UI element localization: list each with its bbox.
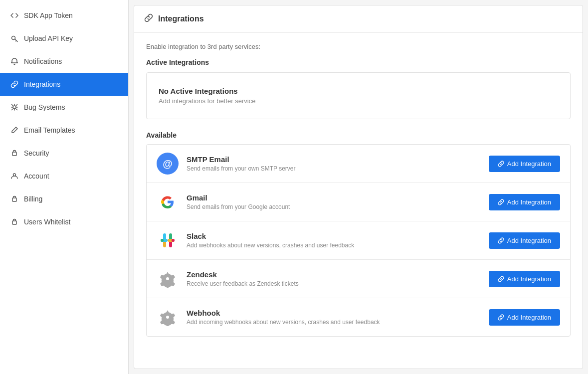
sidebar-item-label: Security	[24, 149, 49, 157]
bell-icon	[10, 57, 19, 66]
sidebar-item-integrations[interactable]: Integrations	[0, 73, 128, 96]
account-icon	[10, 172, 19, 181]
integration-name-zendesk: Zendesk	[187, 270, 481, 279]
integration-info-webhook: Webhook Add incoming webhooks about new …	[187, 309, 481, 326]
sidebar-item-label: Email Templates	[24, 126, 75, 134]
sidebar-item-sdk-app-token[interactable]: SDK App Token	[0, 4, 128, 27]
integration-info-gmail: Gmail Send emails from your Google accou…	[187, 193, 481, 210]
header-link-icon	[144, 13, 153, 24]
integration-desc-slack: Add webhooks about new versions, crashes…	[187, 242, 481, 249]
available-section-title: Available	[146, 131, 571, 139]
billing-lock-icon	[10, 194, 19, 203]
sidebar-item-label: Upload API Key	[24, 34, 73, 42]
add-integration-gmail-button[interactable]: Add Integration	[489, 194, 560, 210]
google-icon	[157, 191, 179, 213]
smtp-icon: @	[157, 153, 179, 175]
sidebar-item-upload-api-key[interactable]: Upload API Key	[0, 27, 128, 50]
svg-rect-5	[12, 221, 16, 224]
add-integration-smtp-label: Add Integration	[507, 160, 551, 168]
integration-list: @ SMTP Email Send emails from your own S…	[146, 144, 571, 337]
bug-icon	[10, 103, 19, 112]
sidebar-item-label: SDK App Token	[24, 11, 73, 19]
integration-info-zendesk: Zendesk Receive user feedback as Zendesk…	[187, 270, 481, 287]
add-integration-zendesk-label: Add Integration	[507, 275, 551, 283]
integration-info-smtp: SMTP Email Send emails from your own SMT…	[187, 155, 481, 172]
add-integration-zendesk-button[interactable]: Add Integration	[489, 271, 560, 287]
sidebar: SDK App Token Upload API Key Notificatio…	[0, 0, 129, 374]
sidebar-item-label: Billing	[24, 195, 42, 203]
add-integration-gmail-label: Add Integration	[507, 198, 551, 206]
sidebar-item-label: Notifications	[24, 57, 62, 65]
integration-name-webhook: Webhook	[187, 309, 481, 317]
svg-rect-2	[12, 152, 16, 156]
sidebar-item-label: Integrations	[24, 80, 60, 88]
sidebar-item-security[interactable]: Security	[0, 142, 128, 165]
whitelist-lock-icon	[10, 217, 19, 226]
empty-subtitle: Add integrations for better service	[159, 97, 558, 105]
sidebar-item-billing[interactable]: Billing	[0, 187, 128, 210]
page-header: Integrations	[134, 5, 583, 33]
empty-state-box: No Active Integrations Add integrations …	[146, 72, 571, 119]
svg-point-1	[13, 106, 16, 109]
integration-desc-smtp: Send emails from your own SMTP server	[187, 165, 481, 172]
integration-name-gmail: Gmail	[187, 193, 481, 202]
add-integration-slack-button[interactable]: Add Integration	[489, 232, 560, 249]
sidebar-item-label: Users Whitelist	[24, 218, 70, 226]
integration-desc-zendesk: Receive user feedback as Zendesk tickets	[187, 280, 481, 287]
shield-icon	[10, 149, 19, 158]
sidebar-item-bug-systems[interactable]: Bug Systems	[0, 96, 128, 119]
integration-item-slack: Slack Add webhooks about new versions, c…	[147, 221, 570, 260]
integration-item-zendesk: Zendesk Receive user feedback as Zendesk…	[147, 260, 570, 298]
page-title: Integrations	[158, 14, 204, 23]
integration-desc-webhook: Add incoming webhooks about new versions…	[187, 319, 481, 326]
key-icon	[10, 34, 19, 43]
content-card: Integrations Enable integration to 3rd p…	[134, 5, 583, 369]
link-icon	[10, 80, 19, 89]
svg-rect-4	[12, 198, 16, 201]
svg-rect-18	[172, 239, 175, 242]
add-integration-slack-label: Add Integration	[507, 237, 551, 244]
page-body: Enable integration to 3rd party services…	[134, 33, 583, 347]
webhook-gear-icon	[157, 306, 179, 328]
active-section-title: Active Integrations	[146, 58, 571, 66]
sidebar-item-notifications[interactable]: Notifications	[0, 50, 128, 73]
sidebar-item-label: Account	[24, 172, 49, 180]
code-icon	[10, 11, 19, 20]
integration-item-gmail: Gmail Send emails from your Google accou…	[147, 183, 570, 221]
integration-name-smtp: SMTP Email	[187, 155, 481, 164]
integration-name-slack: Slack	[187, 232, 481, 240]
add-integration-webhook-button[interactable]: Add Integration	[489, 309, 560, 326]
pencil-icon	[10, 126, 19, 135]
slack-icon	[157, 229, 179, 251]
main-content: Integrations Enable integration to 3rd p…	[129, 0, 588, 374]
add-integration-smtp-button[interactable]: Add Integration	[489, 156, 560, 172]
zendesk-gear-icon	[157, 268, 179, 290]
page-subtitle: Enable integration to 3rd party services…	[146, 43, 571, 50]
sidebar-item-label: Bug Systems	[24, 103, 65, 111]
sidebar-item-account[interactable]: Account	[0, 165, 128, 187]
add-integration-webhook-label: Add Integration	[507, 314, 551, 321]
sidebar-item-users-whitelist[interactable]: Users Whitelist	[0, 210, 128, 233]
integration-info-slack: Slack Add webhooks about new versions, c…	[187, 232, 481, 249]
integration-item-webhook: Webhook Add incoming webhooks about new …	[147, 298, 570, 336]
empty-title: No Active Integrations	[159, 87, 558, 95]
integration-item-smtp: @ SMTP Email Send emails from your own S…	[147, 145, 570, 183]
integration-desc-gmail: Send emails from your Google account	[187, 203, 481, 210]
sidebar-item-email-templates[interactable]: Email Templates	[0, 119, 128, 142]
svg-rect-17	[161, 239, 164, 242]
